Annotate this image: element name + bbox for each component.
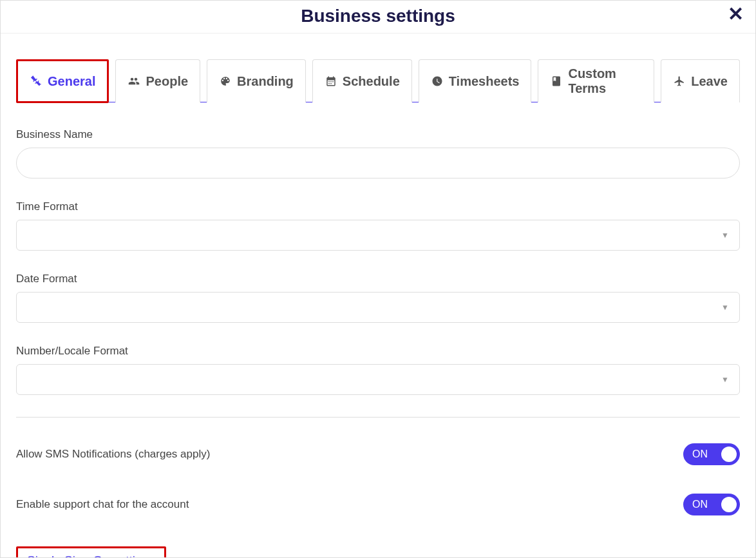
close-button[interactable]: ✕: [728, 5, 744, 24]
tools-icon: [30, 75, 43, 87]
tab-people[interactable]: People: [115, 59, 200, 102]
date-format-group: Date Format ▼: [16, 273, 740, 323]
tab-label: Branding: [237, 74, 294, 89]
tab-timesheets[interactable]: Timesheets: [419, 59, 532, 102]
close-icon: ✕: [728, 3, 744, 24]
number-locale-label: Number/Locale Format: [16, 345, 740, 358]
switch-knob: [721, 497, 737, 512]
support-chat-label: Enable support chat for the account: [16, 498, 189, 511]
business-name-group: Business Name: [16, 128, 740, 178]
tab-branding[interactable]: Branding: [207, 59, 306, 102]
sms-notifications-row: Allow SMS Notifications (charges apply) …: [16, 443, 740, 465]
number-locale-group: Number/Locale Format ▼: [16, 345, 740, 395]
tabs-bar: General People Branding Schedule Timeshe…: [16, 59, 740, 102]
section-divider: [16, 417, 740, 418]
time-format-group: Time Format ▼: [16, 200, 740, 251]
tab-label: Timesheets: [449, 74, 520, 89]
calendar-icon: [325, 75, 337, 87]
support-chat-toggle[interactable]: ON: [683, 494, 740, 515]
chevron-down-icon: ▼: [721, 231, 729, 240]
palette-icon: [219, 75, 232, 87]
time-format-label: Time Format: [16, 200, 740, 213]
date-format-select[interactable]: ▼: [16, 292, 740, 323]
switch-knob: [721, 447, 737, 462]
people-icon: [128, 75, 140, 87]
tab-schedule[interactable]: Schedule: [312, 59, 412, 102]
chevron-down-icon: ▼: [721, 303, 729, 312]
tab-label: Leave: [691, 74, 728, 89]
tab-general[interactable]: General: [16, 59, 109, 103]
time-format-select[interactable]: ▼: [16, 220, 740, 251]
tab-label: People: [146, 74, 188, 89]
tab-custom-terms[interactable]: Custom Terms: [538, 59, 654, 102]
switch-state-label: ON: [692, 448, 708, 460]
tab-label: Schedule: [343, 74, 400, 89]
clock-icon: [431, 75, 444, 87]
dialog-content: General People Branding Schedule Timeshe…: [1, 34, 755, 558]
sms-notifications-toggle[interactable]: ON: [683, 443, 740, 465]
sso-settings-link[interactable]: Single Sign-On settings: [16, 546, 166, 558]
book-icon: [550, 75, 563, 87]
plane-icon: [673, 75, 686, 87]
tab-label: Custom Terms: [568, 66, 642, 96]
business-name-input[interactable]: [16, 148, 740, 178]
dialog-title: Business settings: [1, 6, 755, 26]
business-name-label: Business Name: [16, 128, 740, 141]
tab-label: General: [48, 74, 95, 89]
support-chat-row: Enable support chat for the account ON: [16, 494, 740, 515]
date-format-label: Date Format: [16, 273, 740, 285]
sms-notifications-label: Allow SMS Notifications (charges apply): [16, 448, 210, 461]
tab-leave[interactable]: Leave: [661, 59, 740, 102]
dialog-header: Business settings ✕: [1, 1, 755, 34]
number-locale-select[interactable]: ▼: [16, 364, 740, 395]
chevron-down-icon: ▼: [721, 375, 729, 384]
switch-state-label: ON: [692, 499, 708, 510]
